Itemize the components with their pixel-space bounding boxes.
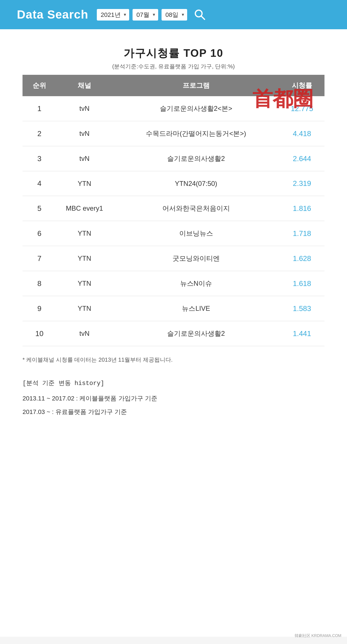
rank-cell: 1 xyxy=(23,96,56,121)
rank-cell: 7 xyxy=(23,246,56,271)
col-rating: 시청률 xyxy=(279,75,324,96)
rank-cell: 9 xyxy=(23,296,56,321)
svg-line-1 xyxy=(201,16,205,19)
search-button[interactable] xyxy=(193,8,206,21)
table-title-section: 가구시청률 TOP 10 (분석기준:수도권, 유료플랫폼 가입 가구, 단위:… xyxy=(23,46,324,70)
col-program: 프로그램 xyxy=(113,75,279,96)
program-cell: 뉴스N이슈 xyxy=(113,271,279,296)
col-rank: 순위 xyxy=(23,75,56,96)
program-cell: 슬기로운의사생활2 xyxy=(113,146,279,171)
rating-cell: 2.644 xyxy=(279,146,324,171)
rating-cell: 12.775 xyxy=(279,96,324,121)
rating-cell: 1.618 xyxy=(279,271,324,296)
header: Data Search 2021년 07월 08일 xyxy=(0,0,347,29)
day-select[interactable]: 08일 xyxy=(162,9,187,21)
table-row: 3tvN슬기로운의사생활22.644 xyxy=(23,146,324,171)
site-logo: 韓劇社区 KRDRAMA.COM xyxy=(295,633,341,638)
rating-cell: 4.418 xyxy=(279,121,324,146)
rating-cell: 2.319 xyxy=(279,171,324,196)
rank-cell: 6 xyxy=(23,221,56,246)
table-body: 1tvN슬기로운의사생활2<본>12.7752tvN수목드라마(간떨어지는동거<… xyxy=(23,96,324,346)
program-cell: 뉴스LIVE xyxy=(113,296,279,321)
table-main-title: 가구시청률 TOP 10 xyxy=(23,46,324,60)
rating-cell: 1.441 xyxy=(279,321,324,346)
history-items: 2013.11 ~ 2017.02 : 케이블플랫폼 가입가구 기준2017.0… xyxy=(23,392,324,419)
main-content: 가구시청률 TOP 10 (분석기준:수도권, 유료플랫폼 가입 가구, 단위:… xyxy=(0,29,347,637)
col-channel: 채널 xyxy=(56,75,113,96)
rating-cell: 1.718 xyxy=(279,221,324,246)
rank-cell: 3 xyxy=(23,146,56,171)
history-section: [분석 기준 변동 history] 2013.11 ~ 2017.02 : 케… xyxy=(23,379,324,419)
year-select-wrapper[interactable]: 2021년 xyxy=(97,9,129,21)
channel-cell: tvN xyxy=(56,146,113,171)
header-controls: 2021년 07월 08일 xyxy=(97,8,206,21)
channel-cell: MBC every1 xyxy=(56,196,113,221)
channel-cell: YTN xyxy=(56,221,113,246)
channel-cell: YTN xyxy=(56,171,113,196)
month-select[interactable]: 07월 xyxy=(133,9,158,21)
rank-cell: 10 xyxy=(23,321,56,346)
table-row: 6YTN이브닝뉴스1.718 xyxy=(23,221,324,246)
rank-cell: 5 xyxy=(23,196,56,221)
program-cell: 수목드라마(간떨어지는동거<본>) xyxy=(113,121,279,146)
channel-cell: tvN xyxy=(56,321,113,346)
table-row: 4YTNYTN24(07:50)2.319 xyxy=(23,171,324,196)
channel-cell: tvN xyxy=(56,121,113,146)
channel-cell: YTN xyxy=(56,271,113,296)
header-title: Data Search xyxy=(17,8,88,21)
table-wrapper: 首都圈 순위 채널 프로그램 시청률 1tvN슬기로운의사생활2<본>12.77… xyxy=(23,75,324,346)
table-row: 8YTN뉴스N이슈1.618 xyxy=(23,271,324,296)
table-row: 9YTN뉴스LIVE1.583 xyxy=(23,296,324,321)
program-cell: 슬기로운의사생활2 xyxy=(113,321,279,346)
program-cell: YTN24(07:50) xyxy=(113,171,279,196)
history-item: 2013.11 ~ 2017.02 : 케이블플랫폼 가입가구 기준 xyxy=(23,392,324,405)
history-title: [분석 기준 변동 history] xyxy=(23,379,324,387)
program-cell: 슬기로운의사생활2<본> xyxy=(113,96,279,121)
table-row: 1tvN슬기로운의사생활2<본>12.775 xyxy=(23,96,324,121)
rating-cell: 1.628 xyxy=(279,246,324,271)
channel-cell: YTN xyxy=(56,246,113,271)
footnote: * 케이블채널 시청률 데이터는 2013년 11월부터 제공됩니다. xyxy=(23,355,324,365)
program-cell: 이브닝뉴스 xyxy=(113,221,279,246)
table-subtitle: (분석기준:수도권, 유료플랫폼 가입 가구, 단위:%) xyxy=(23,63,324,70)
history-item: 2017.03 ~ : 유료플랫폼 가입가구 기준 xyxy=(23,405,324,419)
month-select-wrapper[interactable]: 07월 xyxy=(133,9,158,21)
channel-cell: tvN xyxy=(56,96,113,121)
year-select[interactable]: 2021년 xyxy=(97,9,129,21)
table-row: 10tvN슬기로운의사생활21.441 xyxy=(23,321,324,346)
table-row: 2tvN수목드라마(간떨어지는동거<본>)4.418 xyxy=(23,121,324,146)
table-row: 7YTN굿모닝와이티엔1.628 xyxy=(23,246,324,271)
rank-cell: 2 xyxy=(23,121,56,146)
rating-cell: 1.583 xyxy=(279,296,324,321)
rating-cell: 1.816 xyxy=(279,196,324,221)
day-select-wrapper[interactable]: 08일 xyxy=(162,9,187,21)
rank-cell: 8 xyxy=(23,271,56,296)
channel-cell: YTN xyxy=(56,296,113,321)
table-row: 5MBC every1어서와한국은처음이지1.816 xyxy=(23,196,324,221)
ratings-table: 순위 채널 프로그램 시청률 1tvN슬기로운의사생활2<본>12.7752tv… xyxy=(23,75,324,346)
rank-cell: 4 xyxy=(23,171,56,196)
program-cell: 굿모닝와이티엔 xyxy=(113,246,279,271)
program-cell: 어서와한국은처음이지 xyxy=(113,196,279,221)
table-header: 순위 채널 프로그램 시청률 xyxy=(23,75,324,96)
